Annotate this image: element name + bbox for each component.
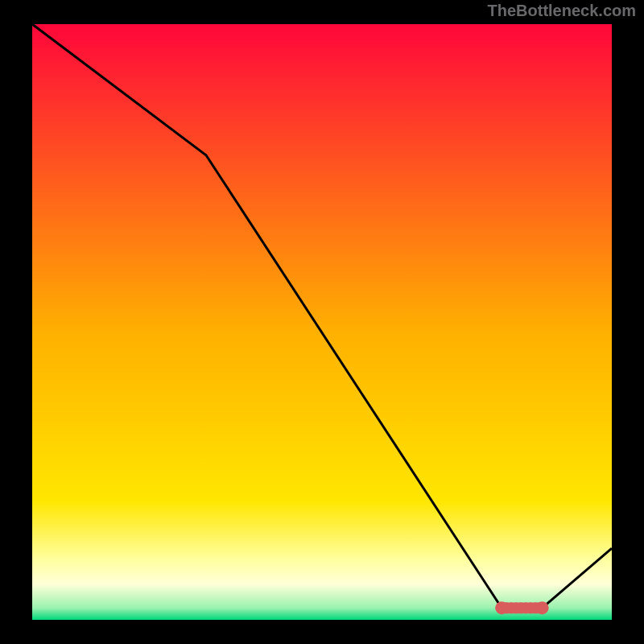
- chart-container: TheBottleneck.com: [0, 0, 644, 644]
- valley-markers: [495, 601, 548, 614]
- svg-point-1: [495, 601, 508, 614]
- svg-point-2: [536, 601, 549, 614]
- attribution-label: TheBottleneck.com: [488, 2, 636, 20]
- gradient-line-chart: [0, 0, 644, 644]
- plot-background: [32, 24, 612, 620]
